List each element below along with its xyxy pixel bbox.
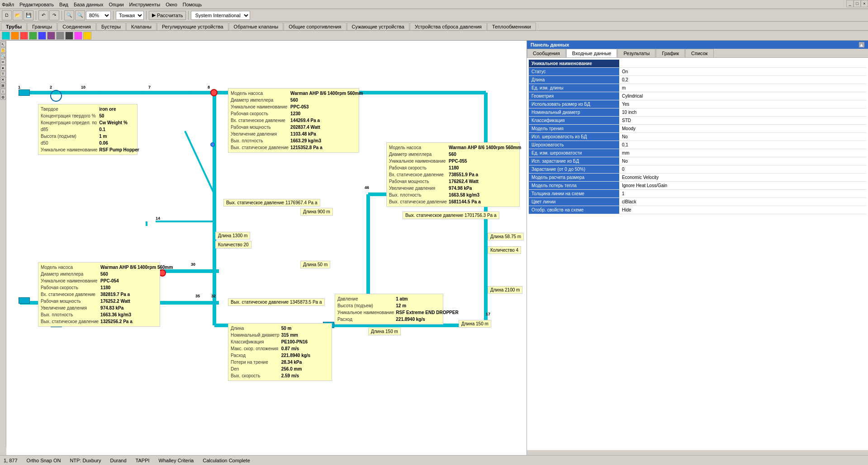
tab-regulators[interactable]: Регулирующие устройства [157,23,228,30]
tab-boosters[interactable]: Бустеры [96,23,126,30]
system-select[interactable]: System International [191,11,250,20]
main-canvas[interactable]: 1 2 10 7 8 26 29 30 35 32 3 14 46 38 42 … [6,41,529,456]
coordinates: 1, 877 [4,458,18,463]
panel-row-roughness-from-db: Исп. шероховатость из БД No [529,133,866,141]
tool-delete[interactable]: ✕ [0,77,6,82]
undo-button[interactable]: ↶ [38,10,48,20]
tool-pencil-purple[interactable] [47,32,55,40]
panel-tab-results[interactable]: Результаты [617,49,655,57]
tool-pencil-orange[interactable] [11,32,19,40]
menu-help[interactable]: Помощь [183,2,202,7]
tool-text[interactable]: T [0,71,6,76]
zoom-in-button[interactable]: 🔍 [64,10,74,20]
tab-pipes[interactable]: Трубы [1,23,27,30]
tab-check-valves[interactable]: Обратные клапаны [229,23,284,30]
right-panel: Панель данных ▲ Сообщения Входные данные… [526,41,868,456]
panel-row-geometry: Геометрия Cylindrical [529,92,866,100]
tool-pan[interactable]: ✋ [0,47,6,53]
panel-row-fouling-from-db: Исп. зарастание из БД No [529,157,866,165]
tool-select[interactable]: ↖ [0,42,6,47]
menu-window[interactable]: Окно [166,2,177,7]
statusbar: 1, 877 Ortho Snap ON NTP: Duxbury Durand… [0,455,868,465]
redo-button[interactable]: ↷ [49,10,59,20]
quantity-4-label: Количество 4 [488,246,521,254]
panel-row-status: Статус On [529,68,866,76]
menu-view[interactable]: Вид [59,2,68,7]
method-whalley: Whalley Criteria [159,458,194,463]
pipe-detail-info-box[interactable]: Длина50 m Номинальный диаметр315 mm Клас… [228,323,332,381]
zoom-out-button[interactable]: 🔍 [75,10,85,20]
minimize-button[interactable]: _ [846,0,854,7]
calculate-button[interactable]: ▶ Рассчитать [149,11,186,20]
tool-pencil-yellow[interactable] [83,32,91,40]
ribbon-tools [0,31,868,41]
new-button[interactable]: 🗋 [2,10,12,20]
panel-header: Панель данных ▲ [527,41,868,49]
save-button[interactable]: 💾 [24,10,33,20]
tool-pipe[interactable]: ━ [0,59,6,65]
panel-row-nominal-dia: Номинальный диаметр 10 inch [529,108,866,117]
solid-info-box[interactable]: Твердоеiron ore Концентрация твердого %5… [38,104,138,155]
ribbon: Трубы Границы Соединения Бустеры Клапаны… [0,22,868,41]
inlet-block-2[interactable] [19,297,30,304]
panel-tab-chart[interactable]: График [656,49,685,57]
node-blue-1[interactable] [210,142,215,147]
tool-pencil-magenta[interactable] [74,32,82,40]
tool-node[interactable]: ● [0,65,6,70]
sep2 [62,11,62,20]
tab-boundaries[interactable]: Границы [27,23,57,30]
menu-edit[interactable]: Редактировать [19,2,54,7]
panel-collapse-button[interactable]: ▲ [859,42,864,47]
node-label-7: 7 [148,85,151,89]
tool-copy[interactable]: ⊞ [0,83,6,88]
open-button[interactable]: 📂 [13,10,23,20]
maximize-button[interactable]: □ [854,0,861,7]
method-tappi: TAPPI [136,458,150,463]
end-dropper-info-box[interactable]: Давление1 atm Высота (подъем)12 m Уникал… [335,294,443,324]
sep5 [188,11,189,20]
menu-options[interactable]: Опции [109,2,123,7]
tool-pencil-dark[interactable] [65,32,73,40]
tab-connections[interactable]: Соединения [57,23,96,30]
inlet-block-1[interactable] [19,89,30,96]
svg-marker-31 [187,269,192,273]
thickness-select[interactable]: Тонкая [116,11,144,20]
tab-valves[interactable]: Клапаны [126,23,157,30]
length-58-label: Длина 58.75 m [488,233,524,240]
tab-pressure-relief[interactable]: Устройства сброса давления [410,23,487,30]
pump2-info-box[interactable]: Модель насосаWarman AHP 8/6 1400rpm 560m… [386,142,520,207]
panel-tab-messages[interactable]: Сообщения [527,49,566,57]
panel-tab-input[interactable]: Входные данные [566,49,617,57]
panel-row-line-thickness: Толщина линии на схеме 1 [529,190,866,198]
length-150-bot-label: Длина 150 m [368,328,401,335]
tab-restrictors[interactable]: Сужающие устройства [347,23,409,30]
pump1-info-box[interactable]: Модель насосаWarman AHP 8/6 1400rpm 560m… [228,88,359,153]
panel-tab-list[interactable]: Список [685,49,714,57]
panel-row-roughness: Шероховатость 0,1 [529,141,866,149]
sep1 [36,11,36,20]
tool-zoom[interactable]: 🔍 [0,53,6,59]
pump3-info-box[interactable]: Модель насосаWarman AHP 8/6 1400rpm 560m… [38,262,160,327]
tool-pencil-blue[interactable] [38,32,46,40]
tool-info[interactable]: i [0,89,6,94]
tool-pencil-cyan[interactable] [2,32,10,40]
svg-marker-24 [187,91,192,94]
tab-heat-exchangers[interactable]: Теплообменники [487,23,536,30]
pump-node-8[interactable] [210,89,218,96]
sep3 [113,11,114,20]
panel-row-length: Длина 0,2 [529,76,866,84]
tab-resistances[interactable]: Общие сопротивления [284,23,346,30]
menu-tools[interactable]: Инструменты [129,2,161,7]
menu-database[interactable]: База данных [74,2,104,7]
toolbar: 🗋 📂 💾 ↶ ↷ 🔍 🔍 80% 100% Тонкая ▶ Рассчита… [0,9,868,22]
tool-pencil-gray[interactable] [56,32,64,40]
sep4 [146,11,147,20]
tool-settings[interactable]: ⚙ [0,94,6,100]
left-sidebar: ↖ ✋ 🔍 ━ ● T ✕ ⊞ i ⚙ [0,41,6,447]
tool-pencil-red[interactable] [20,32,28,40]
tool-pencil-green[interactable] [29,32,37,40]
close-button[interactable]: × [861,0,868,7]
zoom-select[interactable]: 80% 100% [86,11,111,20]
menu-file[interactable]: Файл [2,2,14,7]
node-label-32: 32 [211,294,216,298]
